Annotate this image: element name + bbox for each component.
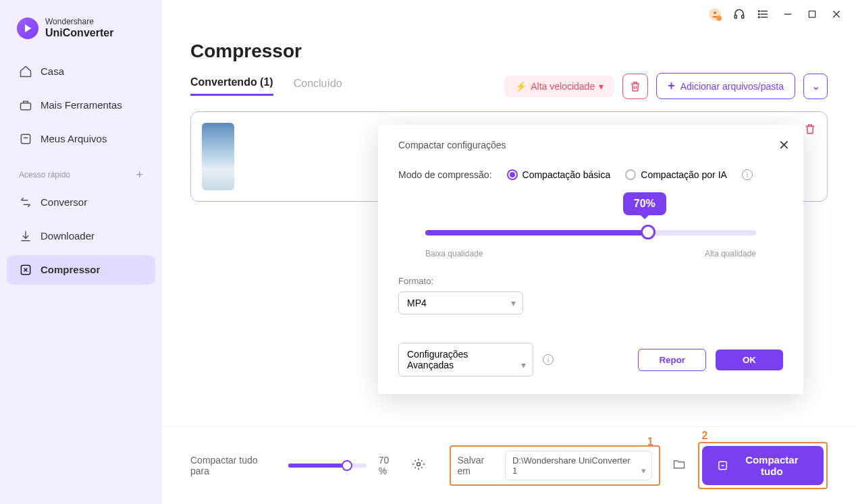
format-section: Formato: MP4 <box>398 276 783 314</box>
sidebar-item-tools[interactable]: Mais Ferramentas <box>7 90 155 120</box>
sidebar-item-label: Mais Ferramentas <box>41 99 122 111</box>
svg-point-6 <box>759 11 760 12</box>
svg-rect-4 <box>734 16 737 19</box>
page-title: Compressor <box>162 28 856 69</box>
tab-done[interactable]: Concluído <box>294 78 342 95</box>
sidebar-item-label: Compressor <box>41 264 100 275</box>
plus-icon: + <box>668 79 675 93</box>
svg-point-7 <box>759 13 760 15</box>
chevron-down-icon: ⌄ <box>811 80 820 92</box>
radio-icon <box>507 169 518 180</box>
sidebar-item-compressor[interactable]: Compressor <box>7 255 155 285</box>
global-percent: 70 % <box>379 455 400 476</box>
info-icon[interactable]: i <box>543 354 554 365</box>
minimize-icon[interactable] <box>782 8 794 20</box>
delete-all-button[interactable] <box>622 74 648 99</box>
logo: Wondershare UniConverter <box>7 13 155 57</box>
logo-icon <box>17 18 38 39</box>
advanced-settings-select[interactable]: Configurações Avançadas <box>398 343 533 376</box>
svg-rect-0 <box>21 103 31 109</box>
mode-label: Modo de compressão: <box>398 169 492 180</box>
svg-point-3 <box>714 11 716 14</box>
settings-icon[interactable] <box>412 457 425 474</box>
home-icon <box>19 65 32 78</box>
quick-access-label: Acesso rápido + <box>7 158 155 188</box>
modal-title: Compactar configurações <box>398 140 783 150</box>
slider-labels: Baixa qualidade Alta qualidade <box>398 249 783 258</box>
save-location-group: Salvar em D:\Wondershare UniConverter 1 <box>450 445 660 486</box>
radio-icon <box>625 169 636 180</box>
menu-icon[interactable] <box>757 8 770 20</box>
compress-icon <box>717 459 728 472</box>
tabs-row: Convertendo (1) Concluído ⚡ Alta velocid… <box>162 69 856 111</box>
user-avatar[interactable] <box>709 8 721 20</box>
sidebar-item-files[interactable]: Meus Arquivos <box>7 124 155 154</box>
tab-converting[interactable]: Convertendo (1) <box>190 76 273 96</box>
brand-top: Wondershare <box>45 17 113 26</box>
logo-text: Wondershare UniConverter <box>45 17 113 40</box>
global-quality-slider[interactable] <box>288 464 367 468</box>
ok-button[interactable]: OK <box>716 349 783 370</box>
svg-rect-5 <box>742 16 744 19</box>
format-label: Formato: <box>398 276 783 286</box>
svg-rect-1 <box>21 134 30 143</box>
compress-all-wrap: Compactar tudo <box>698 442 828 489</box>
bottom-bar: Compactar tudo para 70 % Salvar em D:\Wo… <box>162 426 856 504</box>
titlebar <box>162 0 856 28</box>
modal-footer: Configurações Avançadas i Repor OK <box>398 343 783 376</box>
modal-close-button[interactable]: ✕ <box>778 137 790 153</box>
low-quality-label: Baixa qualidade <box>425 249 483 258</box>
video-thumbnail <box>202 123 234 190</box>
sidebar: Wondershare UniConverter Casa Mais Ferra… <box>0 0 162 504</box>
info-icon[interactable]: i <box>742 169 753 180</box>
main: Compressor Convertendo (1) Concluído ⚡ A… <box>162 0 856 504</box>
reset-button[interactable]: Repor <box>638 349 706 371</box>
save-path-select[interactable]: D:\Wondershare UniConverter 1 <box>505 451 652 480</box>
archive-icon <box>19 132 32 146</box>
format-select[interactable]: MP4 <box>398 291 523 314</box>
sidebar-item-converter[interactable]: Conversor <box>7 188 155 217</box>
briefcase-icon <box>19 99 32 112</box>
open-folder-button[interactable] <box>672 457 686 474</box>
close-icon[interactable] <box>830 8 842 20</box>
converter-icon <box>19 196 32 209</box>
sidebar-item-downloader[interactable]: Downloader <box>7 221 155 251</box>
maximize-icon[interactable] <box>806 8 818 20</box>
brand-name: UniConverter <box>45 26 113 39</box>
compress-all-for-label: Compactar tudo para <box>190 455 276 476</box>
headset-icon[interactable] <box>733 8 745 20</box>
add-files-button[interactable]: + Adicionar arquivos/pasta <box>656 73 795 99</box>
high-quality-label: Alta qualidade <box>705 249 756 258</box>
sidebar-item-label: Conversor <box>41 196 87 208</box>
add-files-dropdown[interactable]: ⌄ <box>803 74 828 99</box>
high-speed-button[interactable]: ⚡ Alta velocidade ▾ <box>504 76 614 97</box>
trash-icon <box>629 80 641 92</box>
svg-point-10 <box>417 463 420 466</box>
radio-basic-compression[interactable]: Compactação básica <box>507 169 611 180</box>
compress-icon <box>19 263 32 277</box>
compress-all-button[interactable]: Compactar tudo <box>702 446 824 485</box>
compression-mode-row: Modo de compressão: Compactação básica C… <box>398 169 783 180</box>
sidebar-item-label: Downloader <box>41 230 95 242</box>
quality-value-bubble: 70% <box>623 192 666 215</box>
svg-point-8 <box>759 17 760 18</box>
chevron-down-icon: ▾ <box>599 81 604 92</box>
sidebar-item-label: Meus Arquivos <box>41 133 107 144</box>
bolt-icon: ⚡ <box>515 81 527 92</box>
svg-rect-9 <box>809 11 815 17</box>
slider-knob[interactable] <box>641 225 656 240</box>
sidebar-item-label: Casa <box>41 65 64 77</box>
save-in-label: Salvar em <box>458 455 498 476</box>
quality-slider[interactable] <box>425 230 756 235</box>
delete-file-button[interactable] <box>804 123 816 138</box>
compress-settings-modal: Compactar configurações ✕ Modo de compre… <box>378 125 803 394</box>
radio-ai-compression[interactable]: Compactação por IA <box>625 169 727 180</box>
download-icon <box>19 229 32 243</box>
add-quick-icon[interactable]: + <box>136 168 143 182</box>
sidebar-item-home[interactable]: Casa <box>7 57 155 86</box>
quality-slider-area: 70% <box>398 207 783 242</box>
trash-icon <box>804 123 816 135</box>
